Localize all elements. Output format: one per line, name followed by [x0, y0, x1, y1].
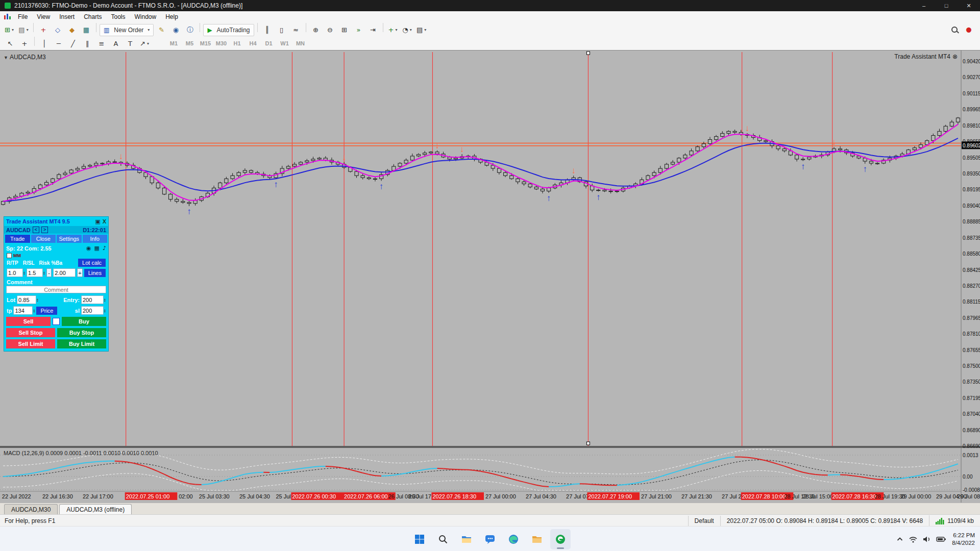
chart-dropdown-icon[interactable]: ▼	[4, 55, 8, 60]
strategy-tester-icon[interactable]: ◉	[169, 23, 182, 36]
risk-input[interactable]	[53, 268, 76, 277]
arrows-tool-icon[interactable]: ↗▾	[138, 38, 151, 50]
chart-tab[interactable]: AUDCAD,M3 (offline)	[59, 504, 132, 515]
lot-calc-button[interactable]: Lot calc	[78, 259, 106, 267]
rtp-input[interactable]	[7, 268, 23, 277]
edge-icon[interactable]	[503, 529, 524, 549]
timeframe-m30[interactable]: M30	[213, 39, 229, 48]
timeframe-h1[interactable]: H1	[229, 39, 245, 48]
chart-shift-icon[interactable]: ⇥	[366, 23, 380, 36]
active-app-icon[interactable]	[550, 529, 571, 549]
menu-view[interactable]: View	[32, 12, 55, 21]
spinner-icon[interactable]: ▴ ▾	[33, 309, 35, 313]
sl-input[interactable]	[81, 306, 104, 315]
spinner-icon[interactable]: ▴ ▾	[104, 298, 106, 302]
lines-button[interactable]: Lines	[84, 269, 106, 277]
symbol-next-button[interactable]: >	[41, 227, 48, 233]
fibonacci-tool-icon[interactable]: ≡	[95, 38, 108, 50]
menu-file[interactable]: File	[13, 12, 32, 21]
indicators-icon[interactable]: +▾	[386, 23, 400, 36]
panel-tab-trade[interactable]: Trade	[5, 235, 30, 243]
label-tool-icon[interactable]: T	[124, 38, 137, 50]
panel-tab-info[interactable]: Info	[83, 235, 108, 243]
price-button[interactable]: Price	[36, 307, 57, 315]
risk-minus-button[interactable]: -	[46, 268, 52, 277]
buy-button[interactable]: Buy	[62, 317, 106, 326]
timeframe-m5[interactable]: M5	[182, 39, 198, 48]
bar-chart-icon[interactable]: ║	[261, 23, 274, 36]
menu-tools[interactable]: Tools	[107, 12, 130, 21]
chart-symbol-label[interactable]: ▼AUDCAD,M3	[4, 54, 46, 61]
maximize-button[interactable]: □	[935, 0, 958, 11]
chat-icon[interactable]	[480, 529, 500, 549]
chart-tab[interactable]: AUDCAD,M30	[4, 504, 58, 515]
eye-icon[interactable]: ◉	[86, 245, 91, 252]
menu-window[interactable]: Window	[130, 12, 161, 21]
auto-scroll-icon[interactable]: »	[352, 23, 365, 36]
chevron-up-icon[interactable]	[896, 535, 904, 543]
new-chart-icon[interactable]: ⊞▾	[3, 23, 16, 36]
trendline-tool-icon[interactable]: ╱	[66, 38, 80, 50]
menu-charts[interactable]: Charts	[79, 12, 106, 21]
navigator-icon[interactable]: ◆	[65, 23, 79, 36]
horizontal-line-tool-icon[interactable]: ─	[52, 38, 65, 50]
panel-header[interactable]: Trade Assistant MT4 9.5 ▣ X	[4, 217, 108, 226]
line-chart-icon[interactable]: ≈	[289, 23, 303, 36]
search-icon[interactable]	[433, 529, 453, 549]
alert-icon[interactable]: ●	[962, 23, 975, 36]
panel-tab-close[interactable]: Close	[31, 235, 56, 243]
timeframe-d1[interactable]: D1	[261, 39, 277, 48]
minimize-button[interactable]: –	[913, 0, 935, 11]
panel-tab-settings[interactable]: Settings	[57, 235, 82, 243]
menu-insert[interactable]: Insert	[55, 12, 79, 21]
taskbar-clock[interactable]: 6:22 PM 8/4/2022	[952, 532, 975, 547]
metaeditor-icon[interactable]: ✎	[155, 23, 168, 36]
panel-close-button[interactable]: X	[103, 218, 106, 224]
volume-icon[interactable]	[922, 535, 932, 543]
menu-help[interactable]: Help	[161, 12, 183, 21]
sell-button[interactable]: Sell	[6, 317, 51, 326]
autotrading-button[interactable]: ▶AutoTrading	[203, 24, 254, 36]
chart-canvas[interactable]: ↓↓↓↓↓↓↓↑↑↑↑↑↑↑0.904200.902700.901150.899…	[0, 51, 980, 503]
ea-status-icon[interactable]: ⊗	[952, 53, 958, 60]
channel-tool-icon[interactable]: ∥	[81, 38, 94, 50]
terminal-icon[interactable]: ▦	[80, 23, 93, 36]
data-window-icon[interactable]: ◇	[51, 23, 64, 36]
spinner-icon[interactable]: ▴ ▾	[43, 271, 45, 275]
periods-icon[interactable]: ◔▾	[401, 23, 414, 36]
comment-input[interactable]	[6, 286, 106, 293]
new-order-button[interactable]: ▥New Order▾	[100, 24, 154, 36]
candlestick-chart-icon[interactable]: ▯	[275, 23, 288, 36]
lot-input[interactable]	[17, 295, 36, 304]
profiles-icon[interactable]: ▤▾	[17, 23, 30, 36]
tile-windows-icon[interactable]: ⊞	[338, 23, 351, 36]
buy-limit-button[interactable]: Buy Limit	[57, 339, 106, 348]
calendar-icon[interactable]: ▦	[94, 245, 100, 252]
timeframe-m1[interactable]: M1	[166, 39, 182, 48]
entry-input[interactable]	[81, 295, 104, 304]
mm-checkbox[interactable]	[7, 253, 12, 258]
buy-stop-button[interactable]: Buy Stop	[57, 328, 106, 337]
battery-icon[interactable]	[936, 535, 946, 543]
zoom-out-icon[interactable]: ⊖	[324, 23, 337, 36]
close-button[interactable]: ✕	[958, 0, 980, 11]
sell-limit-button[interactable]: Sell Limit	[6, 339, 55, 348]
order-confirm-checkbox[interactable]	[53, 318, 60, 325]
about-icon[interactable]: ⓘ	[183, 24, 197, 36]
spinner-icon[interactable]: ▴ ▾	[104, 309, 106, 313]
text-tool-icon[interactable]: A	[109, 38, 122, 50]
start-icon[interactable]	[409, 529, 430, 549]
templates-icon[interactable]: ▤▾	[415, 23, 428, 36]
network-icon[interactable]	[909, 535, 918, 543]
zoom-in-icon[interactable]: ⊕	[309, 23, 323, 36]
timeframe-h4[interactable]: H4	[245, 39, 261, 48]
timeframe-w1[interactable]: W1	[277, 39, 292, 48]
camera-icon[interactable]: ▣	[95, 218, 100, 225]
crosshair-icon[interactable]: +	[18, 38, 31, 50]
market-watch-icon[interactable]: +	[37, 23, 50, 36]
spinner-icon[interactable]: ▴ ▾	[37, 298, 38, 302]
search-icon[interactable]	[948, 23, 961, 36]
symbol-prev-button[interactable]: <	[33, 227, 39, 233]
timeframe-mn[interactable]: MN	[292, 39, 308, 48]
folder-icon[interactable]	[527, 529, 547, 549]
